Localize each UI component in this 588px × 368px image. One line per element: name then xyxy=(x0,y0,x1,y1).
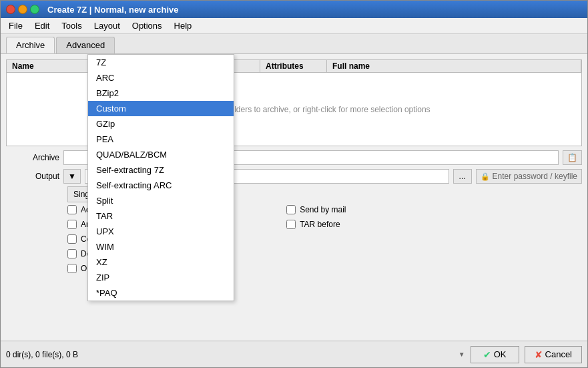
dropdown-item-gzip[interactable]: GZip xyxy=(88,116,234,132)
dropdown-item-pea[interactable]: PEA xyxy=(88,132,234,147)
output-dropdown-label: ▼ xyxy=(68,172,76,181)
dropdown-item-arc[interactable]: ARC xyxy=(88,70,234,85)
ok-label: OK xyxy=(494,349,507,359)
menu-layout[interactable]: Layout xyxy=(89,19,125,32)
col-fullname: Full name xyxy=(327,60,581,72)
check-row-tar-before: TAR before xyxy=(286,220,346,229)
window-title: Create 7Z | Normal, new archive xyxy=(47,5,179,15)
status-text: 0 dir(s), 0 file(s), 0 B xyxy=(6,350,453,359)
dropdown-item-paq[interactable]: *PAQ xyxy=(88,285,234,301)
open-output-checkbox[interactable] xyxy=(67,264,77,273)
maximize-button[interactable] xyxy=(30,5,39,14)
tabs-bar: Archive Advanced xyxy=(1,34,587,54)
dropdown-item-custom[interactable]: Custom xyxy=(88,101,234,116)
cancel-x-icon: ✘ xyxy=(535,349,543,360)
cancel-button[interactable]: ✘ Cancel xyxy=(525,346,582,363)
output-label: Output xyxy=(6,172,59,181)
dropdown-item-zip[interactable]: ZIP xyxy=(88,270,234,285)
dropdown-item-sfxarc[interactable]: Self-extracting ARC xyxy=(88,178,234,193)
enter-password-label: Enter password / keyfile xyxy=(493,172,577,181)
menu-file[interactable]: File xyxy=(3,19,28,32)
send-mail-checkbox[interactable] xyxy=(286,205,296,214)
dropdown-item-xz[interactable]: XZ xyxy=(88,254,234,270)
copy-path-button[interactable]: 📋 xyxy=(563,150,582,165)
archive-label: Archive xyxy=(6,153,59,162)
delete-files-checkbox[interactable] xyxy=(67,249,77,258)
convert-archives-checkbox[interactable] xyxy=(67,234,77,244)
send-mail-label[interactable]: Send by mail xyxy=(300,205,346,214)
menu-edit[interactable]: Edit xyxy=(29,19,55,32)
main-window: Create 7Z | Normal, new archive File Edi… xyxy=(0,0,588,368)
enter-password-button[interactable]: 🔒 Enter password / keyfile xyxy=(476,169,582,184)
minimize-button[interactable] xyxy=(18,5,27,14)
menu-tools[interactable]: Tools xyxy=(56,19,87,32)
dropdown-item-tar[interactable]: TAR xyxy=(88,208,234,224)
menu-options[interactable]: Options xyxy=(127,19,168,32)
menu-help[interactable]: Help xyxy=(169,19,198,32)
dropdown-item-sfx7z[interactable]: Self-extracting 7Z xyxy=(88,162,234,178)
lock-icon: 🔒 xyxy=(481,172,490,181)
check-row-send-mail: Send by mail xyxy=(286,205,346,214)
tab-advanced[interactable]: Advanced xyxy=(56,37,115,53)
separate-archive-checkbox[interactable] xyxy=(67,205,77,214)
dropdown-item-7z[interactable]: 7Z xyxy=(88,55,234,70)
archive-original-path-checkbox[interactable] xyxy=(67,220,77,229)
col-attributes: Attributes xyxy=(260,60,327,72)
bottom-bar: 0 dir(s), 0 file(s), 0 B ▼ ✔ OK ✘ Cancel xyxy=(1,341,587,367)
title-bar: Create 7Z | Normal, new archive xyxy=(1,1,587,18)
title-bar-buttons xyxy=(6,5,39,14)
dropdown-item-split[interactable]: Split xyxy=(88,193,234,208)
dropdown-arrow-icon[interactable]: ▼ xyxy=(459,351,465,358)
ok-button[interactable]: ✔ OK xyxy=(471,346,519,363)
close-button[interactable] xyxy=(6,5,15,14)
tar-before-label[interactable]: TAR before xyxy=(300,220,340,229)
menu-bar: File Edit Tools Layout Options Help xyxy=(1,18,587,34)
browse-button[interactable]: ... xyxy=(453,169,472,184)
tar-before-checkbox[interactable] xyxy=(286,220,296,229)
checkboxes-col2: Send by mail TAR before xyxy=(286,205,346,273)
cancel-label: Cancel xyxy=(545,349,572,359)
tab-archive[interactable]: Archive xyxy=(6,37,55,53)
dropdown-item-wim[interactable]: WIM xyxy=(88,239,234,254)
ok-check-icon: ✔ xyxy=(483,349,491,360)
format-dropdown-menu: 7Z ARC BZip2 Custom GZip PEA QUAD/BALZ/B… xyxy=(87,54,234,301)
dropdown-item-upx[interactable]: UPX xyxy=(88,224,234,239)
dropdown-item-bzip2[interactable]: BZip2 xyxy=(88,85,234,101)
output-dropdown[interactable]: ▼ xyxy=(63,169,81,184)
main-content: Name ne Attributes Full name Drag and dr… xyxy=(1,54,587,341)
dropdown-item-quad[interactable]: QUAD/BALZ/BCM xyxy=(88,147,234,162)
